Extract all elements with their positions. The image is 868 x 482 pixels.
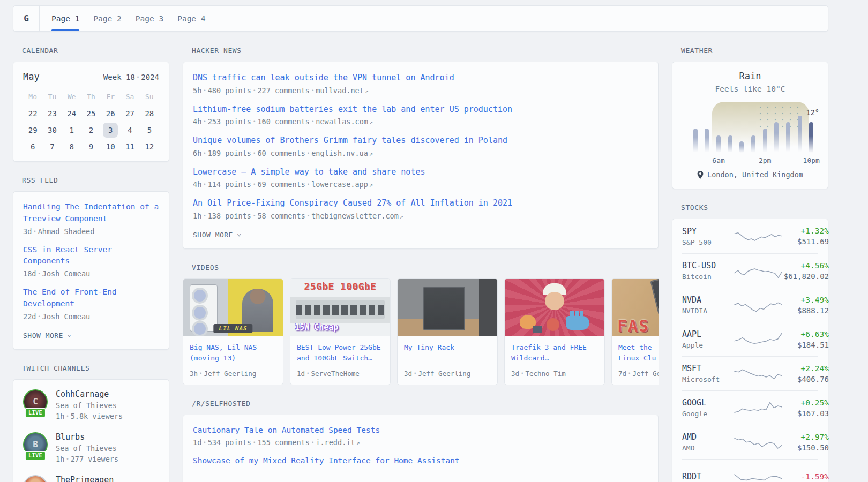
video-title[interactable]: My Tiny Rack	[404, 342, 491, 365]
video-thumbnail[interactable]: 25GbE 100GbE15W Cheap	[290, 279, 390, 336]
stock-change: +4.56%	[783, 261, 829, 270]
video-title[interactable]: Meet theLinux Clu	[618, 342, 659, 365]
page-tabs: Page 1Page 2Page 3Page 4	[51, 6, 206, 31]
video-thumbnail[interactable]	[398, 279, 497, 336]
item-meta: 5h•480 points•227 comments•mullvad.net↗	[193, 86, 648, 95]
hacker-news-section: HACKER NEWS DNS traffic can leak outside…	[183, 47, 659, 249]
weather-bar-slot: 2pm	[759, 102, 771, 153]
twitch-channel-name[interactable]: Blurbs	[56, 432, 118, 442]
stock-change: +6.63%	[783, 330, 829, 338]
news-item-title[interactable]: Unique volumes of Brothers Grimm fairy t…	[193, 134, 648, 147]
dot-separator: •	[201, 182, 207, 187]
weather-bar-slot	[736, 102, 748, 153]
twitch-avatar[interactable]	[23, 475, 48, 482]
calendar-month: May	[23, 71, 40, 82]
twitch-channel-name[interactable]: CohhCarnage	[56, 389, 123, 399]
calendar-section: CALENDAR May Week 18•2024 MoTuWeThFrSaSu…	[13, 47, 169, 162]
twitch-channel-viewers: 1h•5.8k viewers	[56, 412, 123, 420]
rss-item: CSS in React Server Components18d•Josh C…	[23, 244, 159, 278]
calendar-weekday: Fr	[101, 88, 120, 105]
stock-id: AAPLApple	[682, 329, 734, 349]
calendar-weekday: Su	[140, 88, 159, 105]
video-title[interactable]: Traefik 3 and FREEWildcard…	[511, 342, 598, 365]
weather-section: WEATHER Rain Feels like 10°C 6am2pm10pm …	[672, 47, 828, 189]
video-card-body: Big NAS, Lil NAS(moving 13)3h•Jeff Geerl…	[183, 336, 283, 385]
rss-item-title[interactable]: The End of Front-End Development	[23, 287, 159, 310]
cap-art	[543, 283, 566, 295]
stock-name: S&P 500	[682, 238, 734, 246]
video-card[interactable]: Traefik 3 and FREEWildcard…3d•Techno Tim	[504, 278, 605, 385]
calendar-day: 27	[120, 105, 139, 122]
stock-sparkline-wrap	[734, 364, 783, 384]
news-item-title[interactable]: Lowercase – A simple way to take and sha…	[193, 166, 648, 178]
weather-axis-label: 2pm	[759, 156, 771, 164]
video-title[interactable]: BEST Low Power 25GbEand 100GbE Switch…	[297, 342, 384, 365]
stock-ticker: RDDT	[682, 472, 734, 481]
rss-item-title[interactable]: CSS in React Server Components	[23, 244, 159, 268]
stock-name: Google	[682, 410, 734, 418]
news-item-title[interactable]: Showcase of my Mixed Reality Interface f…	[193, 455, 648, 467]
twitch-channel-name[interactable]: ThePrimeagen	[56, 475, 114, 482]
rss-item-title[interactable]: Handling The Indentation of a Treeview C…	[23, 201, 159, 225]
stock-sparkline	[734, 466, 783, 482]
weather-bar	[728, 135, 732, 153]
news-item: Lowercase – A simple way to take and sha…	[193, 166, 648, 189]
video-thumbnail[interactable]: FAS	[612, 279, 659, 336]
news-item-title[interactable]: Cautionary Tale on Automated Speed Tests	[193, 425, 648, 436]
show-more-button[interactable]: SHOW MORE⌄	[23, 332, 159, 340]
live-badge: LIVE	[25, 408, 46, 418]
video-card[interactable]: LIL NASBig NAS, Lil NAS(moving 13)3h•Jef…	[183, 278, 283, 385]
weather-bars: 6am2pm10pm	[690, 102, 817, 153]
tab-page-3[interactable]: Page 3	[136, 6, 163, 31]
dot-separator: •	[32, 229, 38, 234]
video-title[interactable]: Big NAS, Lil NAS(moving 13)	[190, 342, 276, 365]
calendar-day: 8	[62, 138, 81, 155]
tab-page-2[interactable]: Page 2	[93, 6, 121, 31]
video-card[interactable]: FASMeet theLinux Clu7d•Jeff Geerling	[611, 278, 659, 385]
stock-values: +2.97%$150.50	[783, 433, 829, 452]
stock-price: $511.69	[783, 237, 829, 246]
stock-id: NVDANVIDIA	[682, 295, 734, 315]
weather-location-text: London, United Kingdom	[707, 170, 803, 179]
fan-art	[192, 321, 208, 336]
dot-separator: •	[305, 182, 311, 187]
stock-row: NVDANVIDIA+3.49%$888.12	[682, 288, 818, 322]
stock-row: BTC-USDBitcoin+4.56%$61,820.02	[682, 253, 818, 288]
rss-section: RSS FEED Handling The Indentation of a T…	[13, 176, 169, 350]
item-meta: 1d•534 points•155 comments•i.redd.it↗	[193, 438, 648, 447]
calendar-day: 26	[101, 105, 120, 122]
news-item-title[interactable]: Lithium-free sodium batteries exit the l…	[193, 103, 648, 116]
dot-separator: •	[251, 119, 257, 124]
tab-page-4[interactable]: Page 4	[177, 6, 205, 31]
dot-separator: •	[251, 150, 257, 156]
video-thumbnail[interactable]: LIL NAS	[183, 279, 283, 336]
video-meta: 3h•Jeff Geerling	[190, 370, 276, 378]
dot-separator: •	[201, 440, 207, 445]
switch-ports-art	[296, 300, 385, 319]
rss-item: Handling The Indentation of a Treeview C…	[23, 201, 159, 236]
stock-sparkline	[734, 261, 783, 281]
tab-page-1[interactable]: Page 1	[51, 6, 79, 31]
news-item-title[interactable]: DNS traffic can leak outside the VPN tun…	[193, 72, 648, 84]
stock-sparkline	[734, 226, 783, 246]
video-card[interactable]: My Tiny Rack3d•Jeff Geerling	[397, 278, 498, 385]
stock-sparkline-wrap	[734, 466, 783, 482]
item-meta: 4h•253 points•160 comments•newatlas.com↗	[193, 117, 648, 126]
video-thumbnail[interactable]	[505, 279, 604, 336]
stock-ticker: NVDA	[682, 295, 734, 305]
news-item-title[interactable]: An Oil Price-Fixing Conspiracy Caused 27…	[193, 197, 648, 209]
dot-separator: •	[201, 119, 207, 124]
stock-values: +1.32%$511.69	[783, 227, 829, 246]
twitch-channel-game: Sea of Thieves	[56, 401, 123, 410]
calendar-weekday: Mo	[23, 88, 42, 105]
calendar-day: 22	[23, 105, 42, 122]
calendar-day: 29	[23, 122, 42, 138]
face-art	[545, 292, 564, 310]
stock-id: RDDT	[682, 472, 734, 481]
weather-bar-slot	[724, 102, 736, 153]
hacker-news-widget: DNS traffic can leak outside the VPN tun…	[183, 62, 659, 249]
video-card-body: Meet theLinux Clu7d•Jeff Geerling	[612, 336, 659, 385]
video-card[interactable]: 25GbE 100GbE15W CheapBEST Low Power 25Gb…	[290, 278, 391, 385]
hacker-news-section-label: HACKER NEWS	[192, 47, 659, 55]
show-more-button[interactable]: SHOW MORE⌄	[193, 231, 648, 239]
